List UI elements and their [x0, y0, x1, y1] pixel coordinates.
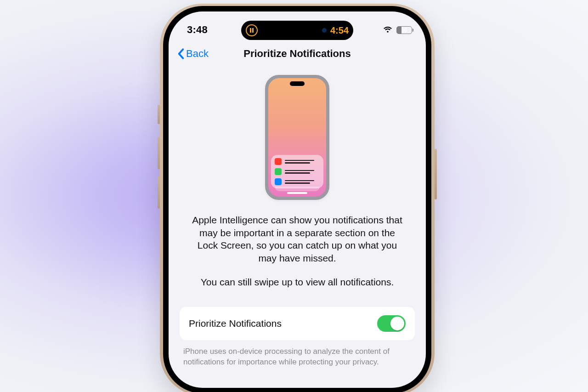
status-time: 3:48 [187, 24, 208, 36]
page-title: Prioritize Notifications [243, 48, 351, 60]
description-text: Apple Intelligence can show you notifica… [189, 214, 405, 265]
island-time: 4:54 [330, 25, 349, 36]
side-button-vol-up [158, 137, 160, 169]
footer-text: iPhone uses on-device processing to anal… [180, 347, 415, 368]
illus-app-icon [275, 158, 282, 165]
illus-home-indicator [287, 192, 307, 194]
description-subtext: You can still swipe up to view all notif… [201, 277, 394, 288]
side-button-vol-down [158, 176, 160, 209]
illustration [265, 75, 329, 200]
toggle-row: Prioritize Notifications [180, 307, 415, 340]
battery-pct: 30 [397, 26, 412, 34]
battery-icon: 30 [396, 26, 412, 34]
prioritize-toggle[interactable] [377, 315, 406, 332]
dynamic-island[interactable]: 4:54 [241, 21, 353, 40]
island-indicator-icon [322, 28, 327, 33]
nav-bar: Back Prioritize Notifications [169, 41, 426, 67]
illus-app-icon [275, 168, 282, 175]
toggle-label: Prioritize Notifications [189, 318, 282, 329]
side-button-power [435, 149, 437, 199]
svg-rect-1 [252, 28, 254, 33]
illus-app-icon [275, 178, 282, 185]
svg-rect-0 [250, 28, 251, 33]
wifi-icon [383, 24, 393, 36]
back-button[interactable]: Back [177, 48, 209, 60]
side-button-silent [158, 105, 160, 124]
phone-frame: 3:48 30 [160, 4, 435, 392]
pause-icon [246, 24, 258, 36]
screen: 3:48 30 [169, 11, 426, 388]
back-label: Back [186, 48, 209, 60]
illustration-notification-card [271, 155, 323, 188]
